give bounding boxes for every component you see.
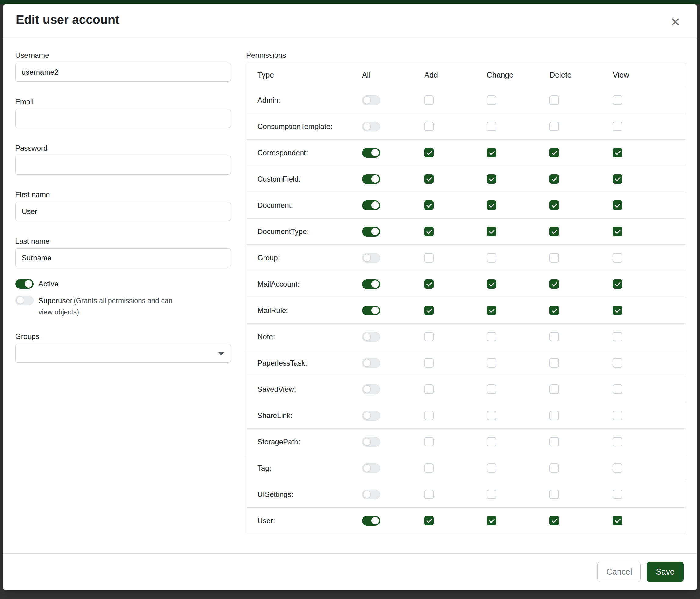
permission-all-toggle[interactable]	[362, 358, 380, 368]
permission-add-checkbox[interactable]	[424, 516, 434, 525]
permission-add-checkbox[interactable]	[424, 489, 434, 499]
permission-all-toggle[interactable]	[362, 411, 380, 421]
permission-delete-checkbox[interactable]	[549, 463, 559, 473]
permission-all-toggle[interactable]	[362, 437, 380, 447]
permission-delete-checkbox[interactable]	[549, 358, 559, 368]
permission-add-checkbox[interactable]	[424, 227, 434, 236]
permission-change-checkbox[interactable]	[487, 227, 496, 236]
permission-change-checkbox[interactable]	[487, 253, 496, 263]
permission-delete-checkbox[interactable]	[549, 122, 559, 131]
close-icon[interactable]: ✕	[667, 14, 683, 30]
permission-add-checkbox[interactable]	[424, 95, 434, 105]
permission-delete-checkbox[interactable]	[549, 279, 559, 289]
first-name-field[interactable]	[15, 202, 231, 221]
permission-all-toggle[interactable]	[362, 332, 380, 342]
permission-view-checkbox[interactable]	[612, 122, 622, 131]
permission-delete-checkbox[interactable]	[549, 227, 559, 236]
permission-change-checkbox[interactable]	[487, 306, 496, 315]
permission-view-checkbox[interactable]	[612, 384, 622, 394]
permission-add-checkbox[interactable]	[424, 463, 434, 473]
first-name-label: First name	[15, 190, 231, 199]
header-type: Type	[247, 71, 362, 79]
permission-change-checkbox[interactable]	[487, 332, 496, 341]
permission-delete-checkbox[interactable]	[549, 411, 559, 420]
permission-row: Admin:	[247, 87, 686, 113]
permission-change-checkbox[interactable]	[487, 516, 496, 525]
permission-all-toggle[interactable]	[362, 306, 380, 315]
permission-all-toggle[interactable]	[362, 122, 380, 131]
permission-delete-checkbox[interactable]	[549, 95, 559, 105]
permission-change-checkbox[interactable]	[487, 95, 496, 105]
permission-all-toggle[interactable]	[362, 148, 380, 158]
permission-delete-checkbox[interactable]	[549, 200, 559, 210]
last-name-field[interactable]	[15, 248, 231, 267]
permission-delete-checkbox[interactable]	[549, 306, 559, 315]
permission-add-checkbox[interactable]	[424, 200, 434, 210]
permission-delete-checkbox[interactable]	[549, 148, 559, 158]
permission-change-checkbox[interactable]	[487, 148, 496, 158]
active-toggle[interactable]	[15, 279, 33, 289]
permission-delete-checkbox[interactable]	[549, 332, 559, 341]
permission-all-toggle[interactable]	[362, 227, 380, 237]
permission-delete-checkbox[interactable]	[549, 489, 559, 499]
permission-all-toggle[interactable]	[362, 200, 380, 210]
permission-all-toggle[interactable]	[362, 463, 380, 473]
email-field[interactable]	[15, 109, 231, 128]
permission-add-checkbox[interactable]	[424, 148, 434, 158]
permission-all-toggle[interactable]	[362, 384, 380, 394]
permission-all-toggle[interactable]	[362, 516, 380, 526]
permission-change-checkbox[interactable]	[487, 463, 496, 473]
permission-view-checkbox[interactable]	[612, 463, 622, 473]
permission-view-checkbox[interactable]	[612, 279, 622, 289]
permission-delete-checkbox[interactable]	[549, 516, 559, 525]
permission-all-toggle[interactable]	[362, 489, 380, 499]
permission-add-checkbox[interactable]	[424, 122, 434, 131]
permission-view-checkbox[interactable]	[612, 253, 622, 263]
permission-change-checkbox[interactable]	[487, 174, 496, 184]
save-button[interactable]: Save	[647, 562, 683, 582]
permission-change-checkbox[interactable]	[487, 200, 496, 210]
permission-view-checkbox[interactable]	[612, 358, 622, 368]
permission-change-checkbox[interactable]	[487, 358, 496, 368]
permission-view-checkbox[interactable]	[612, 174, 622, 184]
permission-view-checkbox[interactable]	[612, 332, 622, 341]
permission-view-checkbox[interactable]	[612, 200, 622, 210]
app-header-strip	[0, 0, 700, 4]
permission-add-checkbox[interactable]	[424, 384, 434, 394]
permission-all-toggle[interactable]	[362, 174, 380, 184]
permission-add-checkbox[interactable]	[424, 279, 434, 289]
permission-all-toggle[interactable]	[362, 253, 380, 263]
permission-view-checkbox[interactable]	[612, 306, 622, 315]
permission-add-checkbox[interactable]	[424, 332, 434, 341]
permission-view-checkbox[interactable]	[612, 148, 622, 158]
permission-view-checkbox[interactable]	[612, 516, 622, 525]
permission-add-checkbox[interactable]	[424, 358, 434, 368]
permission-add-checkbox[interactable]	[424, 174, 434, 184]
password-field[interactable]	[15, 155, 231, 174]
permission-delete-checkbox[interactable]	[549, 253, 559, 263]
permission-add-checkbox[interactable]	[424, 253, 434, 263]
groups-select[interactable]	[15, 344, 231, 363]
permission-add-checkbox[interactable]	[424, 437, 434, 447]
cancel-button[interactable]: Cancel	[597, 562, 641, 582]
permission-add-checkbox[interactable]	[424, 411, 434, 420]
permission-delete-checkbox[interactable]	[549, 437, 559, 447]
permission-view-checkbox[interactable]	[612, 227, 622, 236]
username-input[interactable]	[15, 63, 231, 81]
permission-view-checkbox[interactable]	[612, 489, 622, 499]
permission-change-checkbox[interactable]	[487, 411, 496, 420]
permission-change-checkbox[interactable]	[487, 437, 496, 447]
permission-change-checkbox[interactable]	[487, 489, 496, 499]
permission-view-checkbox[interactable]	[612, 411, 622, 420]
permission-view-checkbox[interactable]	[612, 437, 622, 447]
superuser-toggle[interactable]	[15, 295, 33, 305]
permission-delete-checkbox[interactable]	[549, 174, 559, 184]
permission-all-toggle[interactable]	[362, 95, 380, 105]
permission-add-checkbox[interactable]	[424, 306, 434, 315]
permission-change-checkbox[interactable]	[487, 122, 496, 131]
permission-change-checkbox[interactable]	[487, 384, 496, 394]
permission-all-toggle[interactable]	[362, 279, 380, 289]
permission-delete-checkbox[interactable]	[549, 384, 559, 394]
permission-change-checkbox[interactable]	[487, 279, 496, 289]
permission-view-checkbox[interactable]	[612, 95, 622, 105]
